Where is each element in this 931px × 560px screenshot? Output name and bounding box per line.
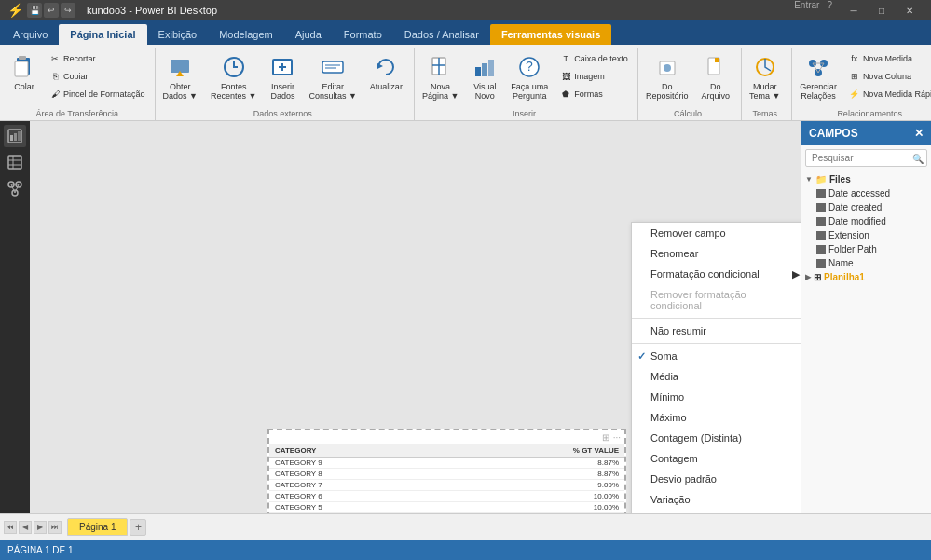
menu-dont-summarize[interactable]: Não resumir (632, 321, 801, 341)
visual-more-icon[interactable]: ··· (613, 432, 621, 443)
save-icon[interactable]: 💾 (27, 3, 42, 18)
field-extension[interactable]: Extension (813, 228, 931, 242)
qa-button[interactable]: ? Faça uma Pergunta (505, 50, 554, 104)
help-button[interactable]: ? (827, 0, 832, 20)
menu-count[interactable]: Contagem (632, 448, 801, 469)
text-box-button[interactable]: T Caixa de texto (555, 50, 632, 67)
model-view-icon[interactable] (4, 177, 26, 199)
svg-rect-1 (19, 56, 26, 60)
menu-variance[interactable]: Variação (632, 489, 801, 510)
clipboard-small-buttons: ✂ Recortar ⎘ Copiar 🖌 Pincel de Formataç… (45, 50, 149, 102)
page-tab-1[interactable]: Página 1 (67, 518, 128, 536)
tab-modelagem[interactable]: Modelagem (208, 24, 283, 45)
tab-formato[interactable]: Formato (333, 24, 393, 45)
page-nav: ⏮ ◀ ▶ ⏭ (4, 521, 62, 534)
menu-minimum[interactable]: Mínimo (632, 387, 801, 407)
field-folder-path[interactable]: Folder Path (813, 242, 931, 256)
ribbon-group-relacionamentos: Gerenciar Relações fx Nova Medida ⊞ Nova… (792, 48, 931, 120)
get-data-button[interactable]: Obter Dados ▼ (157, 50, 203, 104)
table-visual[interactable]: ⊞ ··· CATEGORY % GT VALUE CATEGORY 98.87… (267, 429, 626, 513)
new-page-button[interactable]: Nova Página ▼ (417, 50, 464, 104)
menu-sum[interactable]: Soma (632, 346, 801, 366)
page-nav-prev[interactable]: ◀ (19, 521, 32, 534)
calculos-buttons: Do Repositório Do Arquivo (640, 50, 735, 107)
cut-button[interactable]: ✂ Recortar (45, 50, 149, 67)
signin-link[interactable]: Entrar (794, 0, 819, 20)
data-view-icon[interactable] (4, 151, 26, 173)
new-measure-button[interactable]: fx Nova Medida (844, 50, 931, 67)
recent-sources-button[interactable]: Fontes Recentes ▼ (205, 50, 262, 104)
field-date-accessed[interactable]: Date accessed (813, 186, 931, 200)
files-children: Date accessed Date created Date modified… (801, 186, 931, 270)
insert-data-button[interactable]: Inserir Dados (264, 50, 301, 104)
svg-rect-2 (15, 61, 28, 76)
image-button[interactable]: 🖼 Imagem (555, 68, 632, 85)
menu-remove-field[interactable]: Remover campo (632, 223, 801, 243)
refresh-button[interactable]: Atualizar (364, 50, 408, 95)
folder-icon: 📁 (815, 174, 827, 184)
tree-folder-files[interactable]: ▼ 📁 Files (801, 172, 931, 186)
menu-maximum[interactable]: Máximo (632, 407, 801, 428)
temas-label: Temas (744, 107, 786, 118)
tab-arquivo[interactable]: Arquivo (2, 24, 59, 45)
title-text: kundoo3 - Power BI Desktop (87, 5, 217, 16)
table-icon: ⊞ (814, 272, 821, 282)
close-button[interactable]: ✕ (896, 0, 924, 20)
table-header: CATEGORY % GT VALUE (269, 444, 624, 458)
format-painter-button[interactable]: 🖌 Pincel de Formatação (45, 86, 149, 102)
field-date-created[interactable]: Date created (813, 200, 931, 214)
page-nav-last[interactable]: ⏭ (48, 521, 62, 534)
tree-folder-planilha1[interactable]: ▶ ⊞ Planilha1 (801, 270, 931, 284)
copy-button[interactable]: ⎘ Copiar (45, 68, 149, 85)
menu-average[interactable]: Média (632, 366, 801, 387)
page-nav-next[interactable]: ▶ (34, 521, 47, 534)
status-bar: PÁGINA 1 DE 1 (0, 540, 931, 560)
from-file-button[interactable]: Do Arquivo (695, 50, 735, 104)
theme-icon (752, 54, 778, 80)
relacionamentos-label: Relacionamentos (794, 107, 931, 118)
maximize-button[interactable]: □ (868, 0, 896, 20)
svg-rect-9 (322, 61, 343, 73)
svg-point-22 (664, 64, 671, 72)
tab-exibicao[interactable]: Exibição (147, 24, 209, 45)
tab-ajuda[interactable]: Ajuda (284, 24, 333, 45)
image-icon: 🖼 (559, 70, 572, 83)
chevron-right-icon: ▶ (805, 273, 811, 281)
from-repo-button[interactable]: Do Repositório (640, 50, 694, 104)
page-nav-first[interactable]: ⏮ (4, 521, 17, 534)
new-quick-measure-button[interactable]: ⚡ Nova Medida Rápida (844, 86, 931, 102)
campos-search-input[interactable] (805, 149, 927, 167)
campos-title: CAMPOS (809, 127, 858, 140)
field-icon (816, 231, 826, 240)
minimize-button[interactable]: ─ (840, 0, 868, 20)
redo-icon[interactable]: ↪ (61, 3, 75, 18)
shapes-button[interactable]: ⬟ Formas (555, 86, 632, 102)
edit-queries-button[interactable]: Editar Consultas ▼ (303, 50, 362, 104)
table-row: CATEGORY 510.00% (269, 502, 624, 513)
visual-focus-icon[interactable]: ⊞ (602, 432, 609, 443)
campos-header: CAMPOS ✕ (801, 121, 931, 145)
new-column-button[interactable]: ⊞ Nova Coluna (844, 68, 931, 85)
refresh-icon (373, 54, 399, 80)
paste-button[interactable]: Colar (6, 50, 43, 95)
field-name[interactable]: Name (813, 256, 931, 270)
tab-dados-analisar[interactable]: Dados / Analisar (393, 24, 490, 45)
menu-count-distinct[interactable]: Contagem (Distinta) (632, 428, 801, 448)
new-measure-icon: fx (848, 52, 861, 65)
undo-icon[interactable]: ↩ (44, 3, 59, 18)
add-page-button[interactable]: + (130, 519, 146, 536)
manage-relations-button[interactable]: Gerenciar Relações (794, 50, 842, 104)
svg-rect-18 (488, 60, 494, 76)
menu-std-dev[interactable]: Desvio padrão (632, 469, 801, 489)
change-theme-button[interactable]: Mudar Tema ▼ (744, 50, 786, 104)
campos-close-icon[interactable]: ✕ (914, 127, 924, 140)
svg-rect-16 (475, 67, 481, 76)
menu-conditional-format[interactable]: Formatação condicional ▶ (632, 264, 801, 284)
menu-rename[interactable]: Renomear (632, 243, 801, 264)
new-visual-button[interactable]: Visual Novo (466, 50, 503, 104)
report-view-icon[interactable] (4, 125, 26, 147)
tab-ferramentas-visuais[interactable]: Ferramentas visuais (490, 24, 611, 45)
tab-pagina-inicial[interactable]: Página Inicial (59, 24, 146, 45)
menu-median[interactable]: Mediana (632, 510, 801, 513)
field-date-modified[interactable]: Date modified (813, 214, 931, 228)
